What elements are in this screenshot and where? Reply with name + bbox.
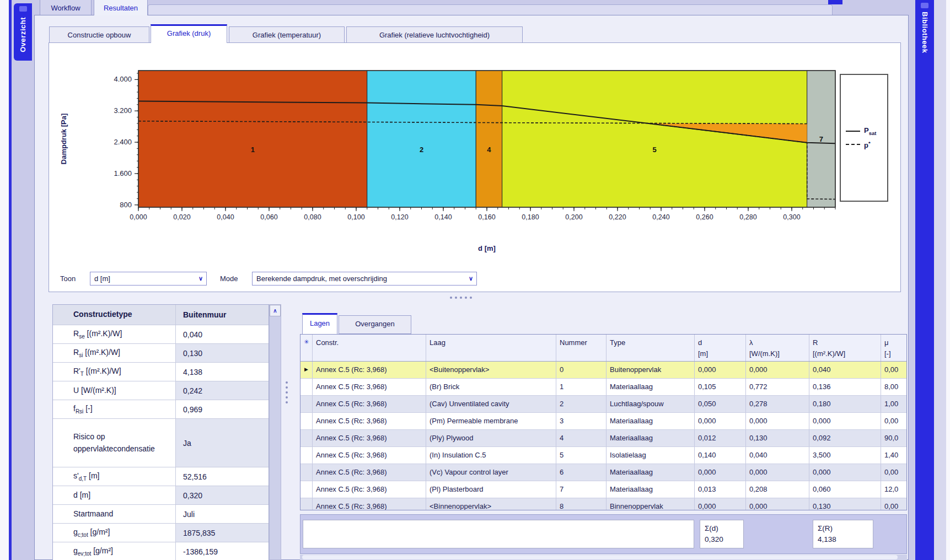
cell: 6	[556, 464, 607, 481]
svg-text:1: 1	[251, 146, 255, 154]
property-row[interactable]: StartmaandJuli	[53, 504, 269, 523]
column-header-μ[interactable]: μ[-]	[881, 335, 907, 361]
column-header-Laag[interactable]: Laag	[426, 335, 556, 361]
vapour-pressure-chart: 124570,0000,0200,0400,0600,0800,1000,120…	[138, 71, 835, 207]
mode-select[interactable]: Berekende dampdruk, met overschrijding ∨	[252, 272, 477, 286]
layer-row-6[interactable]: Annex C.5 (Rc: 3,968)(Vc) Vapour control…	[300, 464, 906, 481]
property-row[interactable]: Rse [(m².K)/W]0,040	[53, 325, 269, 343]
svg-text:3.200: 3.200	[114, 106, 132, 115]
svg-text:0,120: 0,120	[391, 213, 408, 221]
layer-row-5[interactable]: Annex C.5 (Rc: 3,968)(In) Insulation C.5…	[300, 447, 906, 464]
summary-sum-r: Σ(R) 4,138	[813, 520, 873, 548]
property-row[interactable]: ConstructietypeBuitenmuur	[53, 305, 269, 325]
svg-text:0,140: 0,140	[434, 213, 452, 221]
cell: Annex C.5 (Rc: 3,968)	[313, 464, 426, 481]
scroll-up-button[interactable]: ∧	[270, 305, 281, 316]
property-row[interactable]: d [m]0,320	[53, 486, 269, 504]
sum-r-label: Σ(R)	[818, 523, 868, 534]
property-row[interactable]: Rsi [(m².K)/W]0,130	[53, 343, 269, 362]
column-header-Constr.[interactable]: Constr.	[313, 335, 426, 361]
toon-select[interactable]: d [m] ∨	[90, 272, 207, 286]
cell: (Br) Brick	[426, 379, 556, 395]
tab-grafiek-druk[interactable]: Grafiek (druk)	[151, 24, 227, 43]
column-header-Nummer[interactable]: Nummer	[556, 335, 607, 361]
summary-sum-d: Σ(d) 0,320	[700, 520, 744, 548]
svg-text:0,180: 0,180	[522, 213, 539, 221]
scrollbar-thumb[interactable]	[302, 555, 898, 559]
property-row[interactable]: gc;tot [g/m²]1875,835	[53, 523, 269, 542]
cell: Binnenoppervlak	[607, 498, 695, 510]
cell: 0,000	[695, 464, 746, 481]
chart-x-axis-label: d [m]	[138, 244, 835, 252]
property-value: 52,516	[176, 467, 269, 486]
property-value: Buitenmuur	[176, 305, 269, 325]
svg-text:0,240: 0,240	[652, 213, 669, 221]
property-label: d [m]	[53, 486, 176, 504]
layer-row-3[interactable]: Annex C.5 (Rc: 3,968)(Pm) Permeable memb…	[300, 413, 906, 430]
sidebar-tab-bibliotheek[interactable]: Bibliotheek	[915, 0, 934, 83]
layer-row-2[interactable]: Annex C.5 (Rc: 3,968)(Cav) Unventilated …	[300, 396, 906, 413]
construction-properties-table: ConstructietypeBuitenmuurRse [(m².K)/W]0…	[52, 304, 269, 560]
property-label: gev;tot [g/m²]	[53, 542, 176, 560]
horizontal-splitter[interactable]	[450, 297, 472, 299]
cell: 8,00	[881, 379, 907, 395]
cell: 0,040	[809, 362, 881, 378]
column-header-d[interactable]: d[m]	[695, 335, 746, 361]
layer-row-4[interactable]: Annex C.5 (Rc: 3,968)(Ply) Plywood4Mater…	[300, 430, 906, 447]
cell: Materiaallaag	[607, 379, 695, 395]
property-row[interactable]: U [W/(m².K)]0,242	[53, 381, 269, 400]
sidebar-tab-label: Overzicht	[19, 17, 27, 52]
cell: Materiaallaag	[607, 464, 695, 481]
property-value: 0,969	[176, 400, 269, 418]
layer-row-8[interactable]: Annex C.5 (Rc: 3,968)<Binnenoppervlak>8B…	[300, 498, 906, 510]
property-row[interactable]: R'T [(m².K)/W]4,138	[53, 362, 269, 381]
column-header-λ[interactable]: λ[W/(m.K)]	[746, 335, 809, 361]
cell: 12,0	[881, 481, 907, 498]
column-header-Type[interactable]: Type	[607, 335, 695, 361]
cell: Buitenoppervlak	[607, 362, 695, 378]
tab-lagen[interactable]: Lagen	[302, 313, 337, 334]
legend-label: p*	[864, 140, 871, 149]
legend-label: Psat	[864, 126, 876, 136]
tab-overgangen[interactable]: Overgangen	[339, 315, 411, 334]
cell: 0,000	[695, 498, 746, 510]
property-label: Risico op oppervlaktecondensatie	[53, 419, 176, 467]
tab-grafiek-temperatuur[interactable]: Grafiek (temperatuur)	[229, 26, 345, 43]
toon-label: Toon	[60, 274, 76, 283]
property-value: 4,138	[176, 363, 269, 381]
pin-icon	[921, 3, 928, 8]
tab-workflow[interactable]: Workflow	[40, 0, 92, 15]
cell: (Pm) Permeable membrane	[426, 413, 556, 429]
right-gutter	[909, 0, 915, 560]
property-row[interactable]: fRsi [-]0,969	[53, 400, 269, 418]
tab-constructie-opbouw[interactable]: Constructie opbouw	[49, 26, 149, 43]
layer-row-0[interactable]: ▶Annex C.5 (Rc: 3,968)<Buitenoppervlak>0…	[300, 362, 906, 379]
svg-text:0,080: 0,080	[304, 213, 321, 221]
cell: 0,000	[695, 362, 746, 378]
tab-label: Grafiek (druk)	[167, 29, 211, 37]
property-row[interactable]: s'd,T [m]52,516	[53, 467, 269, 486]
sidebar-tab-overzicht[interactable]: Overzicht	[14, 3, 32, 61]
left-gutter	[12, 0, 34, 560]
property-row[interactable]: gev;tot [g/m²]-1386,159	[53, 542, 269, 560]
pin-icon	[19, 6, 27, 12]
vertical-splitter[interactable]	[286, 381, 288, 403]
layer-row-1[interactable]: Annex C.5 (Rc: 3,968)(Br) Brick1Materiaa…	[300, 379, 906, 396]
legend-entry: Psat	[846, 126, 887, 136]
properties-scrollbar[interactable]: ∧	[269, 304, 281, 560]
layer-row-7[interactable]: Annex C.5 (Rc: 3,968)(Pl) Plasterboard7M…	[300, 481, 906, 498]
window-left-edge	[0, 0, 9, 560]
cell: 0,092	[809, 430, 881, 446]
property-row[interactable]: Risico op oppervlaktecondensatieJa	[53, 418, 269, 467]
svg-text:2: 2	[420, 146, 423, 154]
tab-resultaten[interactable]: Resultaten	[94, 0, 148, 15]
tab-grafiek-relatieve-luchtvochtigheid[interactable]: Grafiek (relatieve luchtvochtigheid)	[346, 26, 523, 43]
cell: 0,00	[881, 413, 907, 429]
property-value: 0,040	[176, 325, 269, 343]
document-tab-strip	[148, 4, 833, 16]
column-header-R[interactable]: R[(m².K)/W]	[809, 335, 881, 361]
layers-horizontal-scrollbar[interactable]	[300, 554, 907, 560]
property-label: gc;tot [g/m²]	[53, 524, 176, 542]
summary-strip: Σ(d) 0,320 Σ(R) 4,138	[300, 514, 907, 554]
cell: 0,130	[809, 498, 881, 510]
